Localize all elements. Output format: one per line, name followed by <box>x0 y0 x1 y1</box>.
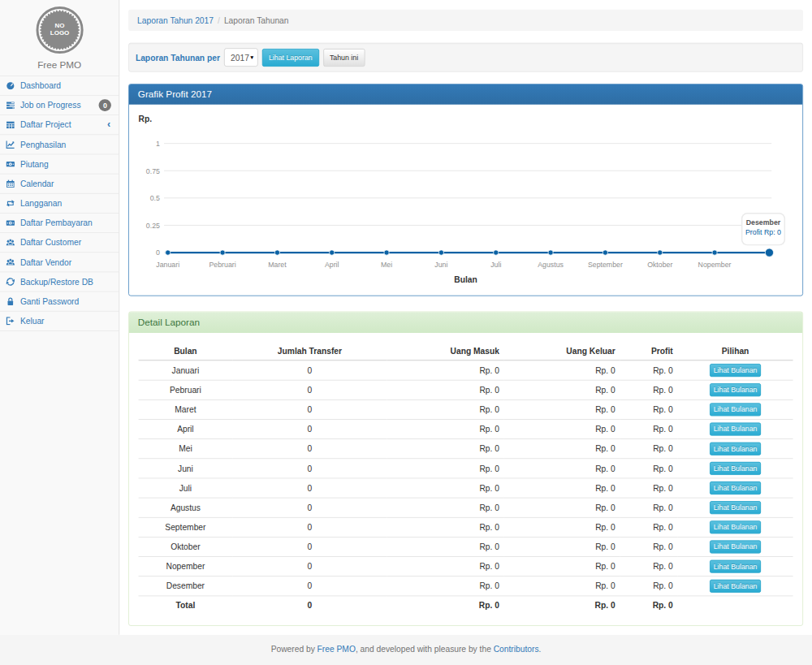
svg-text:Mei: Mei <box>381 261 392 269</box>
svg-text:0: 0 <box>156 248 160 257</box>
svg-text:April: April <box>325 261 339 269</box>
svg-text:Pebruari: Pebruari <box>209 261 236 269</box>
svg-text:NO: NO <box>54 22 64 29</box>
svg-text:Juni: Juni <box>434 261 447 269</box>
svg-text:0.25: 0.25 <box>146 222 160 230</box>
svg-text:Juli: Juli <box>490 261 501 269</box>
svg-text:Maret: Maret <box>268 261 287 269</box>
svg-text:0.5: 0.5 <box>150 194 160 202</box>
svg-text:0.75: 0.75 <box>146 167 160 175</box>
svg-text:September: September <box>588 261 623 269</box>
svg-text:Nopember: Nopember <box>698 261 732 269</box>
svg-text:Oktober: Oktober <box>647 261 672 269</box>
svg-text:LOGO: LOGO <box>50 29 69 37</box>
svg-text:Agustus: Agustus <box>538 261 564 269</box>
svg-text:1: 1 <box>156 140 160 148</box>
svg-text:Januari: Januari <box>156 261 179 269</box>
